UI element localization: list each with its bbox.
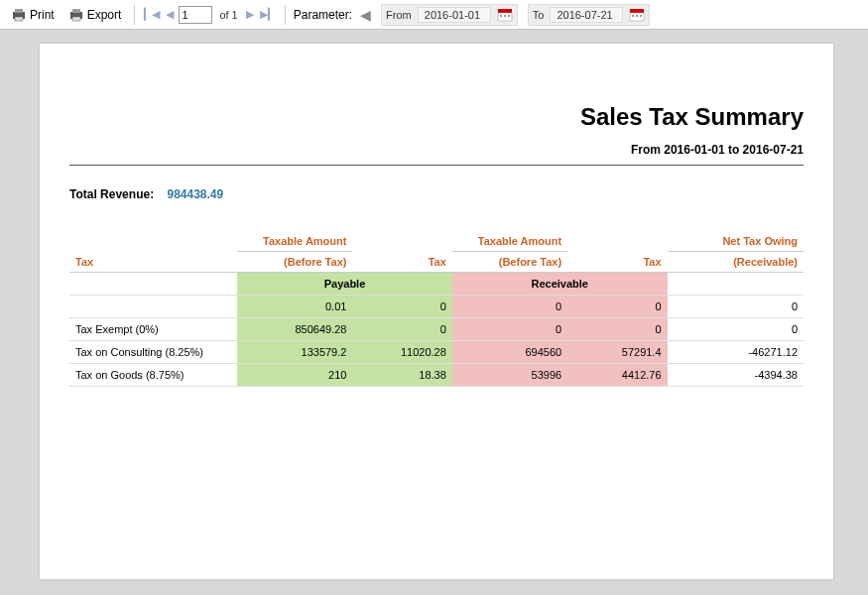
divider xyxy=(69,165,804,166)
cell: 0.01 xyxy=(237,296,352,318)
page-input[interactable] xyxy=(179,6,212,24)
print-label: Print xyxy=(30,8,55,22)
parameter-label: Parameter: xyxy=(294,8,352,22)
cell: 694560 xyxy=(452,341,567,364)
cell-tax-label: Tax on Consulting (8.25%) xyxy=(69,341,237,364)
cell: 18.38 xyxy=(352,364,451,387)
cell: 0 xyxy=(567,318,667,341)
svg-rect-6 xyxy=(498,9,512,13)
separator xyxy=(285,5,286,25)
table-row: 0.01 0 0 0 0 xyxy=(69,296,804,318)
cell: 210 xyxy=(237,364,352,387)
cell: 4412.76 xyxy=(567,364,667,387)
next-page-button[interactable]: ▶ xyxy=(245,8,255,21)
to-label: To xyxy=(533,9,545,21)
cell: 11020.28 xyxy=(352,341,451,364)
report-page: Sales Tax Summary From 2016-01-01 to 201… xyxy=(40,44,833,579)
svg-rect-1 xyxy=(15,9,23,13)
table-row: Tax on Consulting (8.25%) 133579.2 11020… xyxy=(69,341,804,364)
svg-rect-15 xyxy=(640,15,642,17)
total-revenue-value: 984438.49 xyxy=(167,187,223,201)
svg-rect-2 xyxy=(15,17,23,21)
cell: 0 xyxy=(352,296,451,318)
cell: 0 xyxy=(452,318,567,341)
cell: 850649.28 xyxy=(237,318,352,341)
cell: -4394.38 xyxy=(668,364,804,387)
header-taxable-receivable-1: Taxable Amount xyxy=(452,231,567,252)
report-viewport: Sales Tax Summary From 2016-01-01 to 201… xyxy=(0,30,868,595)
cell-tax-label xyxy=(69,296,237,318)
export-button[interactable]: Export xyxy=(63,5,127,25)
export-icon xyxy=(68,7,84,23)
cell: 0 xyxy=(352,318,451,341)
parameter-collapse-button[interactable]: ◀ xyxy=(360,7,371,23)
report-title: Sales Tax Summary xyxy=(69,103,804,131)
table-row: Tax Exempt (0%) 850649.28 0 0 0 0 xyxy=(69,318,804,341)
total-revenue-row: Total Revenue: 984438.49 xyxy=(69,187,804,201)
cell: 0 xyxy=(452,296,567,318)
receivable-section-header: Receivable xyxy=(452,273,668,296)
cell: -46271.12 xyxy=(668,341,804,364)
cell: 133579.2 xyxy=(237,341,352,364)
from-label: From xyxy=(386,9,412,21)
header-net-owing-1: Net Tax Owing xyxy=(668,231,804,252)
to-date-value[interactable]: 2016-07-21 xyxy=(550,7,623,23)
table-row: Tax on Goods (8.75%) 210 18.38 53996 441… xyxy=(69,364,804,387)
header-tax-payable: Tax xyxy=(352,231,451,273)
first-page-button[interactable]: ▎◀ xyxy=(143,8,161,21)
cell: 57291.4 xyxy=(567,341,667,364)
calendar-icon[interactable] xyxy=(497,8,513,22)
tax-table: Tax Taxable Amount Tax Taxable Amount Ta… xyxy=(69,231,804,387)
page-of-label: of 1 xyxy=(219,9,237,21)
report-subtitle: From 2016-01-01 to 2016-07-21 xyxy=(69,143,804,157)
toolbar: Print Export ▎◀ ◀ of 1 ▶ ▶▎ Parameter: ◀… xyxy=(0,0,868,30)
svg-rect-13 xyxy=(632,15,634,17)
header-net-owing-2: (Receivable) xyxy=(668,252,804,273)
svg-rect-10 xyxy=(508,15,510,17)
svg-rect-8 xyxy=(500,15,502,17)
svg-rect-5 xyxy=(72,17,80,21)
to-date-group: To 2016-07-21 xyxy=(528,4,651,26)
cell: 0 xyxy=(668,296,804,318)
from-date-value[interactable]: 2016-01-01 xyxy=(418,7,491,23)
print-icon xyxy=(11,7,27,23)
payable-section-header: Payable xyxy=(237,273,452,296)
cell-tax-label: Tax on Goods (8.75%) xyxy=(69,364,237,387)
export-label: Export xyxy=(87,8,122,22)
last-page-button[interactable]: ▶▎ xyxy=(259,8,277,21)
from-date-group: From 2016-01-01 xyxy=(381,4,518,26)
total-revenue-label: Total Revenue: xyxy=(69,187,154,201)
print-button[interactable]: Print xyxy=(6,5,60,25)
section-headers-row: Payable Receivable xyxy=(69,273,804,296)
svg-rect-11 xyxy=(630,9,644,13)
header-taxable-payable-2: (Before Tax) xyxy=(237,252,352,273)
separator xyxy=(134,5,135,25)
header-tax: Tax xyxy=(69,231,237,273)
cell: 53996 xyxy=(452,364,567,387)
cell: 0 xyxy=(668,318,804,341)
prev-page-button[interactable]: ◀ xyxy=(165,8,175,21)
svg-rect-14 xyxy=(636,15,638,17)
header-taxable-payable-1: Taxable Amount xyxy=(237,231,352,252)
svg-rect-4 xyxy=(72,9,80,13)
cell-tax-label: Tax Exempt (0%) xyxy=(69,318,237,341)
svg-rect-9 xyxy=(504,15,506,17)
header-tax-receivable: Tax xyxy=(567,231,667,273)
cell: 0 xyxy=(567,296,667,318)
calendar-icon[interactable] xyxy=(629,8,645,22)
header-taxable-receivable-2: (Before Tax) xyxy=(452,252,567,273)
